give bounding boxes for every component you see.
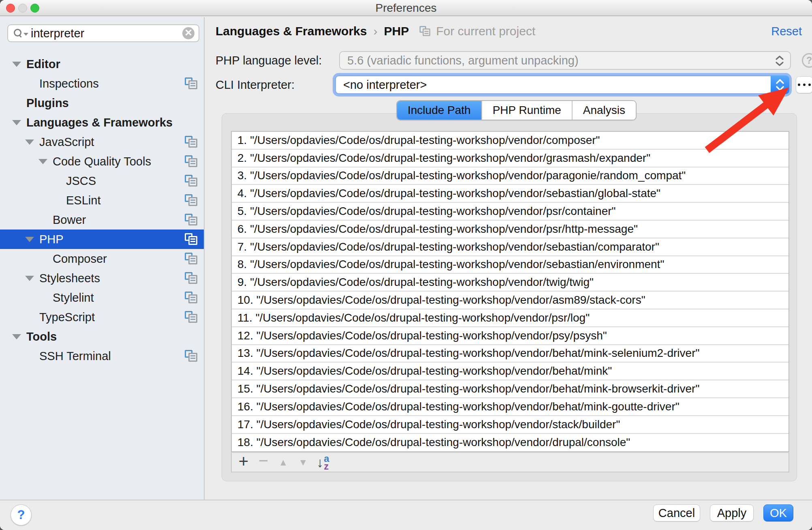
include-path-row[interactable]: 5. "/Users/opdavies/Code/os/drupal-testi… bbox=[232, 203, 788, 221]
include-path-row[interactable]: 8. "/Users/opdavies/Code/os/drupal-testi… bbox=[232, 256, 788, 274]
sidebar-item-composer[interactable]: Composer bbox=[0, 249, 204, 268]
settings-sidebar: interpreter ✕ Editor Inspections Plugins… bbox=[0, 17, 205, 500]
dialog-footer: ? Cancel Apply OK bbox=[0, 500, 812, 530]
list-toolbar: + − ▲ ▼ ↓ a z bbox=[231, 452, 789, 472]
disclosure-triangle-icon[interactable] bbox=[25, 237, 39, 242]
sidebar-item-code-quality-tools[interactable]: Code Quality Tools bbox=[0, 152, 204, 171]
sidebar-item-inspections[interactable]: Inspections bbox=[0, 74, 204, 93]
tab-analysis[interactable]: Analysis bbox=[572, 101, 636, 120]
include-path-row[interactable]: 17. "/Users/opdavies/Code/os/drupal-test… bbox=[232, 416, 788, 434]
sort-alphabetically-icon[interactable]: ↓ a z bbox=[314, 453, 332, 472]
sidebar-item-bower[interactable]: Bower bbox=[0, 210, 204, 230]
sidebar-item-plugins[interactable]: Plugins bbox=[0, 93, 204, 113]
help-button[interactable]: ? bbox=[11, 504, 32, 526]
disclosure-triangle-icon[interactable] bbox=[38, 256, 53, 262]
cancel-button[interactable]: Cancel bbox=[653, 504, 700, 521]
tree-item-label: SSH Terminal bbox=[39, 350, 111, 363]
disclosure-triangle-icon[interactable] bbox=[38, 295, 53, 300]
search-options-caret-icon[interactable] bbox=[24, 33, 28, 36]
cli-interpreter-row: CLI Interpreter: <no interpreter> bbox=[216, 75, 802, 94]
include-path-row[interactable]: 6. "/Users/opdavies/Code/os/drupal-testi… bbox=[232, 221, 788, 238]
per-project-copy-icon bbox=[185, 311, 198, 324]
tree-item-label: JavaScript bbox=[39, 135, 94, 149]
language-level-label: PHP language level: bbox=[216, 54, 322, 67]
language-level-help-icon[interactable]: ? bbox=[802, 53, 812, 68]
tree-item-label: Plugins bbox=[26, 97, 69, 110]
per-project-copy-icon bbox=[185, 136, 198, 148]
cli-interpreter-combobox[interactable]: <no interpreter> bbox=[335, 75, 789, 94]
per-project-copy-icon bbox=[185, 272, 198, 285]
move-up-icon[interactable]: ▲ bbox=[274, 453, 293, 472]
disclosure-triangle-icon[interactable] bbox=[12, 62, 26, 67]
sidebar-item-editor[interactable]: Editor bbox=[0, 54, 204, 74]
disclosure-triangle-icon[interactable] bbox=[12, 334, 26, 339]
remove-path-icon[interactable]: − bbox=[254, 451, 273, 470]
add-path-icon[interactable]: + bbox=[234, 452, 253, 471]
tree-item-label: Composer bbox=[53, 252, 107, 266]
per-project-copy-icon bbox=[185, 233, 198, 246]
dropdown-stepper-icon[interactable] bbox=[772, 53, 787, 69]
tree-item-label: Stylesheets bbox=[39, 272, 100, 285]
sidebar-item-ssh-terminal[interactable]: SSH Terminal bbox=[0, 346, 204, 366]
scope-label: For current project bbox=[436, 24, 535, 38]
cli-interpreter-value: <no interpreter> bbox=[343, 78, 427, 92]
include-path-row[interactable]: 11. "/Users/opdavies/Code/os/drupal-test… bbox=[232, 309, 788, 327]
disclosure-triangle-icon[interactable] bbox=[38, 217, 53, 223]
sidebar-item-stylelint[interactable]: Stylelint bbox=[0, 288, 204, 307]
include-path-row[interactable]: 9. "/Users/opdavies/Code/os/drupal-testi… bbox=[232, 274, 788, 292]
disclosure-triangle-icon[interactable] bbox=[25, 81, 39, 86]
scope-indicator: For current project bbox=[419, 24, 535, 38]
disclosure-triangle-icon[interactable] bbox=[12, 120, 26, 125]
disclosure-triangle-icon[interactable] bbox=[25, 276, 39, 281]
per-project-copy-icon bbox=[185, 350, 198, 363]
breadcrumb-current: PHP bbox=[384, 24, 409, 38]
settings-search-field[interactable]: interpreter ✕ bbox=[7, 24, 199, 42]
sidebar-item-typescript[interactable]: TypeScript bbox=[0, 307, 204, 327]
sidebar-item-tools[interactable]: Tools bbox=[0, 327, 204, 346]
reset-link[interactable]: Reset bbox=[771, 25, 802, 38]
disclosure-triangle-icon[interactable] bbox=[25, 315, 39, 320]
search-input-value[interactable]: interpreter bbox=[31, 27, 182, 40]
disclosure-triangle-icon[interactable] bbox=[25, 139, 39, 145]
include-path-row[interactable]: 13. "/Users/opdavies/Code/os/drupal-test… bbox=[232, 345, 788, 363]
language-level-row: PHP language level: 5.6 (variadic functi… bbox=[216, 51, 802, 70]
disclosure-triangle-icon[interactable] bbox=[38, 159, 53, 164]
breadcrumb: Languages & Frameworks › PHP For current… bbox=[216, 22, 802, 41]
apply-button[interactable]: Apply bbox=[710, 504, 754, 521]
breadcrumb-parent[interactable]: Languages & Frameworks bbox=[216, 24, 367, 38]
sidebar-item-eslint[interactable]: ESLint bbox=[0, 191, 204, 210]
combobox-stepper-icon[interactable] bbox=[771, 75, 789, 94]
include-path-row[interactable]: 7. "/Users/opdavies/Code/os/drupal-testi… bbox=[232, 238, 788, 256]
disclosure-triangle-icon[interactable] bbox=[25, 354, 39, 359]
ok-button[interactable]: OK bbox=[763, 504, 793, 521]
include-path-row[interactable]: 10. "/Users/opdavies/Code/os/drupal-test… bbox=[232, 292, 788, 309]
include-path-row[interactable]: 16. "/Users/opdavies/Code/os/drupal-test… bbox=[232, 398, 788, 416]
sidebar-item-stylesheets[interactable]: Stylesheets bbox=[0, 268, 204, 288]
include-path-row[interactable]: 18. "/Users/opdavies/Code/os/drupal-test… bbox=[232, 434, 788, 452]
tab-php-runtime[interactable]: PHP Runtime bbox=[481, 101, 572, 120]
sidebar-item-javascript[interactable]: JavaScript bbox=[0, 132, 204, 152]
tree-item-label: Bower bbox=[53, 213, 86, 227]
browse-interpreters-button[interactable] bbox=[796, 76, 812, 93]
per-project-copy-icon bbox=[185, 175, 198, 187]
tab-include-path[interactable]: Include Path bbox=[397, 101, 481, 120]
language-level-dropdown[interactable]: 5.6 (variadic functions, argument unpack… bbox=[339, 51, 791, 70]
include-path-row[interactable]: 14. "/Users/opdavies/Code/os/drupal-test… bbox=[232, 363, 788, 380]
sidebar-item-languages-frameworks[interactable]: Languages & Frameworks bbox=[0, 113, 204, 132]
include-path-row[interactable]: 12. "/Users/opdavies/Code/os/drupal-test… bbox=[232, 327, 788, 345]
sidebar-item-jscs[interactable]: JSCS bbox=[0, 171, 204, 191]
disclosure-triangle-icon[interactable] bbox=[52, 198, 66, 203]
clear-search-icon[interactable]: ✕ bbox=[182, 27, 194, 39]
include-path-row[interactable]: 4. "/Users/opdavies/Code/os/drupal-testi… bbox=[232, 185, 788, 203]
include-path-row[interactable]: 15. "/Users/opdavies/Code/os/drupal-test… bbox=[232, 380, 788, 398]
include-path-row[interactable]: 3. "/Users/opdavies/Code/os/drupal-testi… bbox=[232, 167, 788, 185]
move-down-icon[interactable]: ▼ bbox=[294, 453, 312, 472]
per-project-copy-icon bbox=[185, 77, 198, 90]
include-path-row[interactable]: 2. "/Users/opdavies/Code/os/drupal-testi… bbox=[232, 150, 788, 167]
search-icon bbox=[13, 28, 24, 39]
language-level-value: 5.6 (variadic functions, argument unpack… bbox=[347, 54, 579, 67]
sidebar-item-php[interactable]: PHP bbox=[0, 230, 204, 249]
disclosure-triangle-icon[interactable] bbox=[52, 178, 66, 184]
include-path-row[interactable]: 1. "/Users/opdavies/Code/os/drupal-testi… bbox=[232, 132, 788, 150]
disclosure-triangle-icon[interactable] bbox=[12, 101, 26, 106]
